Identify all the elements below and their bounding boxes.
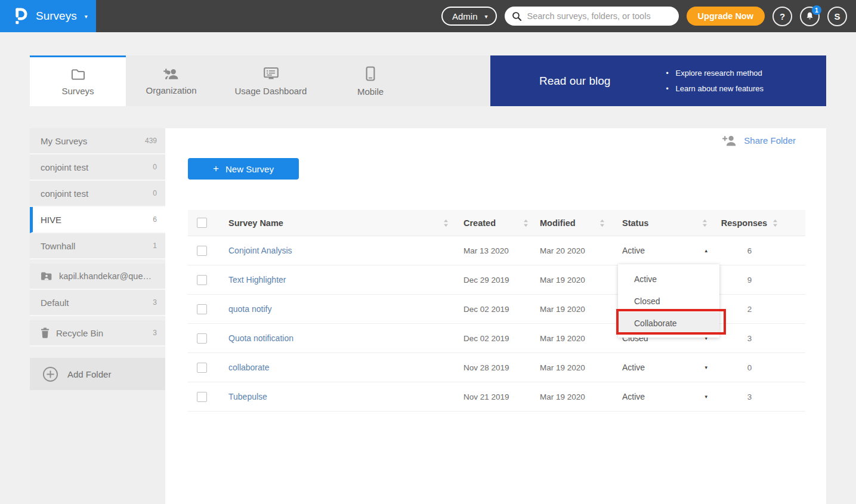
notifications-button[interactable]: 1 bbox=[800, 7, 820, 26]
notification-badge: 1 bbox=[812, 5, 821, 15]
add-folder-button[interactable]: Add Folder bbox=[30, 358, 165, 390]
primary-tabs: Surveys Organization bbox=[30, 55, 826, 106]
tabstrip-filler bbox=[416, 55, 490, 106]
sidebar-item-recycle-bin[interactable]: Recycle Bin 3 bbox=[30, 320, 165, 347]
sidebar-gap bbox=[30, 259, 165, 264]
share-folder-button[interactable]: Share Folder bbox=[722, 135, 796, 146]
folder-label: My Surveys bbox=[41, 136, 87, 146]
sidebar-item-hive[interactable]: HIVE 6 bbox=[30, 207, 165, 233]
sort-icon[interactable] bbox=[772, 219, 778, 227]
dashboard-icon bbox=[263, 67, 279, 81]
folder-label: Recycle Bin bbox=[56, 328, 103, 338]
sidebar-item-my-surveys[interactable]: My Surveys 439 bbox=[30, 128, 165, 154]
folder-count: 0 bbox=[153, 163, 157, 171]
sort-icon[interactable] bbox=[599, 219, 605, 227]
sidebar-item-conjoint-test-2[interactable]: conjoint test 0 bbox=[30, 181, 165, 207]
created-date: Nov 28 2019 bbox=[463, 363, 509, 372]
folder-label: HIVE bbox=[41, 215, 61, 225]
sort-icon[interactable] bbox=[523, 219, 529, 227]
status-value: Active bbox=[622, 363, 645, 372]
select-all-checkbox[interactable] bbox=[197, 218, 207, 228]
plus-circle-icon bbox=[42, 366, 58, 382]
sidebar-item-townhall[interactable]: Townhall 1 bbox=[30, 233, 165, 259]
search-input[interactable] bbox=[527, 11, 672, 21]
survey-name-link[interactable]: collaborate bbox=[228, 363, 270, 372]
surveys-card: Share Folder + New Survey Survey Name bbox=[165, 128, 826, 504]
new-survey-button[interactable]: + New Survey bbox=[188, 158, 299, 180]
folder-count: 3 bbox=[153, 298, 157, 307]
modified-date: Mar 19 2020 bbox=[540, 334, 585, 343]
survey-name-link[interactable]: quota notify bbox=[228, 304, 271, 314]
header-survey-name[interactable]: Survey Name bbox=[221, 218, 453, 228]
folder-count: 439 bbox=[145, 137, 157, 145]
global-search[interactable] bbox=[505, 7, 679, 26]
header-status[interactable]: Status bbox=[612, 218, 710, 228]
product-switcher[interactable]: Surveys ▾ bbox=[0, 0, 96, 32]
blog-banner[interactable]: Read our blog Explore research method Le… bbox=[490, 55, 826, 106]
surveys-page: Surveys ▾ Admin ▾ Upgrade Now ? bbox=[0, 0, 856, 504]
sidebar-item-conjoint-test-1[interactable]: conjoint test 0 bbox=[30, 154, 165, 181]
product-label: Surveys bbox=[36, 10, 77, 23]
row-checkbox[interactable] bbox=[197, 363, 207, 373]
header-responses[interactable]: Responses bbox=[710, 218, 805, 228]
folder-count: 0 bbox=[153, 189, 157, 197]
admin-dropdown[interactable]: Admin ▾ bbox=[441, 7, 497, 26]
status-select[interactable]: Active ▾ bbox=[612, 363, 710, 372]
admin-label: Admin bbox=[452, 11, 478, 21]
row-checkbox[interactable] bbox=[197, 333, 207, 344]
folder-label: conjoint test bbox=[41, 188, 88, 199]
caret-up-icon[interactable]: ▴ bbox=[704, 248, 707, 253]
question-mark-icon: ? bbox=[780, 11, 785, 21]
new-survey-label: New Survey bbox=[225, 164, 274, 174]
survey-name-link[interactable]: Text Highlighter bbox=[228, 275, 286, 285]
avatar[interactable]: S bbox=[827, 7, 847, 26]
upgrade-now-button[interactable]: Upgrade Now bbox=[687, 7, 765, 26]
sort-icon[interactable] bbox=[443, 219, 449, 227]
folder-icon bbox=[70, 68, 86, 81]
banner-title: Read our blog bbox=[539, 75, 610, 88]
sidebar-item-shared-account[interactable]: kapil.khandekar@que… bbox=[30, 264, 165, 290]
add-folder-label: Add Folder bbox=[67, 369, 111, 379]
created-date: Nov 21 2019 bbox=[463, 392, 509, 401]
survey-name-link[interactable]: Tubepulse bbox=[228, 392, 267, 401]
search-icon bbox=[512, 11, 522, 21]
person-add-icon bbox=[722, 135, 736, 146]
plus-icon: + bbox=[213, 163, 219, 175]
table-header-row: Survey Name Created Modified bbox=[188, 210, 805, 236]
responses-count: 9 bbox=[747, 276, 752, 285]
caret-down-icon[interactable]: ▾ bbox=[704, 364, 707, 370]
status-select[interactable]: Active ▴ bbox=[612, 246, 710, 255]
row-checkbox[interactable] bbox=[197, 246, 207, 256]
status-option-closed[interactable]: Closed bbox=[618, 290, 719, 312]
created-date: Dec 29 2019 bbox=[463, 276, 509, 285]
survey-name-link[interactable]: Conjoint Analysis bbox=[228, 246, 292, 255]
row-checkbox[interactable] bbox=[197, 392, 207, 402]
tab-mobile[interactable]: Mobile bbox=[325, 55, 416, 106]
header-modified[interactable]: Modified bbox=[530, 218, 612, 228]
status-select[interactable]: Active ▾ bbox=[612, 392, 710, 401]
row-checkbox[interactable] bbox=[197, 275, 207, 285]
sort-icon[interactable] bbox=[702, 219, 707, 227]
modified-date: Mar 20 2020 bbox=[540, 246, 585, 255]
status-value: Active bbox=[622, 246, 645, 255]
tab-surveys[interactable]: Surveys bbox=[30, 55, 126, 106]
sidebar-item-default[interactable]: Default 3 bbox=[30, 290, 165, 316]
survey-name-link[interactable]: Quota notification bbox=[228, 333, 293, 343]
folder-count: 1 bbox=[153, 242, 157, 250]
row-checkbox[interactable] bbox=[197, 304, 207, 314]
status-option-active[interactable]: Active bbox=[618, 268, 719, 290]
tab-organization[interactable]: Organization bbox=[126, 55, 217, 106]
status-option-collaborate[interactable]: Collaborate bbox=[618, 312, 719, 334]
shared-folder-icon bbox=[41, 271, 52, 281]
folder-label: conjoint test bbox=[41, 162, 88, 172]
folder-count: 6 bbox=[153, 215, 157, 224]
caret-down-icon[interactable]: ▾ bbox=[704, 394, 707, 400]
folder-label: Townhall bbox=[41, 241, 75, 251]
help-button[interactable]: ? bbox=[772, 7, 792, 26]
chevron-down-icon: ▾ bbox=[485, 13, 488, 20]
header-created[interactable]: Created bbox=[453, 218, 530, 228]
responses-count: 6 bbox=[747, 246, 752, 255]
tab-usage-dashboard[interactable]: Usage Dashboard bbox=[217, 55, 325, 106]
folder-label: Default bbox=[41, 298, 69, 308]
column-label: Created bbox=[463, 218, 496, 228]
